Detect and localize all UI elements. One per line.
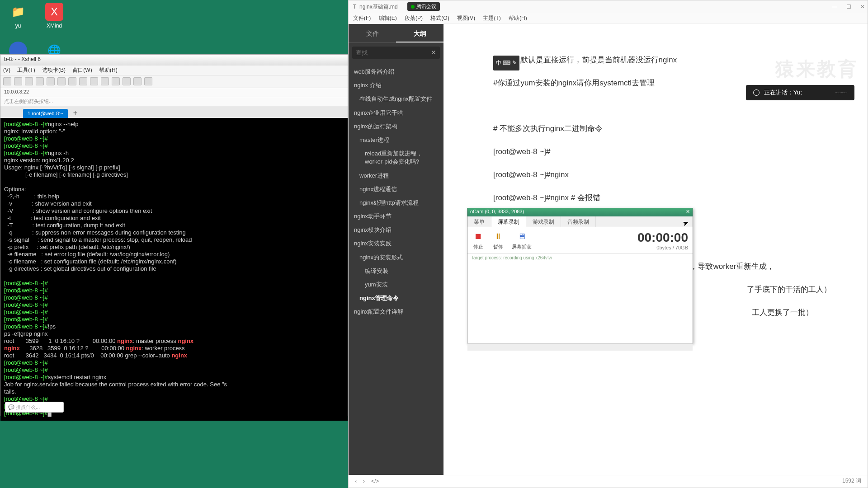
outline-item[interactable]: nginx的运行架构: [349, 120, 443, 133]
btn-label: 停止: [472, 244, 485, 250]
doc-icon: T: [353, 4, 356, 10]
maximize-button[interactable]: ☐: [846, 4, 851, 10]
menu-theme[interactable]: 主题(T): [483, 15, 500, 21]
nav-back-icon[interactable]: ‹: [355, 478, 357, 484]
tab-outline[interactable]: 大纲: [396, 24, 443, 42]
clear-search-icon[interactable]: ✕: [431, 49, 436, 56]
rec-tab-game[interactable]: 游戏录制: [526, 216, 561, 227]
toolbar-btn[interactable]: [133, 77, 142, 85]
tab-file[interactable]: 文件: [349, 24, 396, 42]
outline-item[interactable]: nginx企业用它干啥: [349, 106, 443, 120]
desktop-icon-xmind[interactable]: X XMind: [41, 3, 68, 29]
stop-button[interactable]: ⏹ 停止: [472, 230, 485, 250]
recorder-title: oCam (0, 0, 3833, 2083): [470, 209, 524, 216]
address-bar[interactable]: 10.0.0.8:22: [0, 88, 348, 97]
outline-item[interactable]: master进程: [349, 133, 443, 147]
btn-label: 暂停: [492, 244, 505, 250]
toolbar-btn[interactable]: [112, 77, 120, 85]
menu-v[interactable]: (V): [3, 67, 10, 73]
outline-item[interactable]: 编译安装: [349, 264, 443, 278]
search-input[interactable]: [352, 47, 440, 59]
outline-item[interactable]: nginx配置文件详解: [349, 305, 443, 319]
outline-item[interactable]: nginx安装实践: [349, 237, 443, 250]
hint-bar: 点击左侧的箭头按钮...: [0, 97, 348, 106]
outline-item[interactable]: nginx的安装形式: [349, 251, 443, 264]
ime-indicator[interactable]: 中 ⌨ ✎: [493, 56, 519, 70]
wave-icon: 〰〰: [835, 89, 847, 96]
session-tab-active[interactable]: 1 root@web-8:~: [23, 109, 68, 118]
mic-icon: [753, 89, 760, 96]
size-value: 0bytes / 70GB: [637, 245, 688, 250]
command-input[interactable]: 💬 搜点什么...: [5, 402, 64, 413]
nav-fwd-icon[interactable]: ›: [363, 478, 365, 484]
menu-tab[interactable]: 选项卡(B): [42, 67, 66, 73]
typora-menubar: 文件(F) 编辑(E) 段落(P) 格式(O) 视图(V) 主题(T) 帮助(H…: [349, 13, 868, 24]
code-view-icon[interactable]: </>: [371, 478, 379, 484]
toolbar-btn[interactable]: [101, 77, 109, 85]
status-dot-icon: [411, 5, 415, 9]
toolbar-btn[interactable]: [3, 77, 11, 85]
outline-item[interactable]: 在线自动生成nginx配置文件: [349, 92, 443, 106]
rec-tab-audio[interactable]: 音频录制: [561, 216, 596, 227]
menu-edit[interactable]: 编辑(E): [379, 15, 397, 21]
menu-para[interactable]: 段落(P): [405, 15, 423, 21]
toolbar-btn[interactable]: [36, 77, 44, 85]
xshell-titlebar[interactable]: b-8:~ - Xshell 6: [0, 55, 348, 66]
toolbar-btn[interactable]: [79, 77, 87, 85]
terminal-output[interactable]: [root@web-8 ~]#nginx --help nginx: inval…: [0, 118, 348, 421]
recorder-close-icon[interactable]: ✕: [686, 209, 690, 216]
xshell-window: b-8:~ - Xshell 6 (V) 工具(T) 选项卡(B) 窗口(W) …: [0, 54, 348, 416]
outline-item[interactable]: nginx进程通信: [349, 183, 443, 196]
word-count[interactable]: 1592 词: [842, 477, 861, 485]
status-bar: ‹ › </> 1592 词: [349, 475, 868, 487]
outline-item[interactable]: nginx处理http请求流程: [349, 196, 443, 210]
recorder-window: oCam (0, 0, 3833, 2083) ✕ 菜单 屏幕录制 游戏录制 音…: [467, 208, 693, 343]
recorder-titlebar[interactable]: oCam (0, 0, 3833, 2083) ✕: [467, 208, 693, 216]
meeting-label: 腾讯会议: [416, 3, 436, 10]
new-tab-button[interactable]: +: [71, 108, 80, 118]
toolbar-btn[interactable]: [14, 77, 22, 85]
menu-tools[interactable]: 工具(T): [17, 67, 35, 73]
editor-line: # 不能多次执行nginx二进制命令: [493, 120, 849, 138]
outline-list[interactable]: web服务器介绍 nginx 介绍 在线自动生成nginx配置文件 nginx企…: [349, 62, 443, 475]
toolbar-btn[interactable]: [57, 77, 66, 85]
capture-button[interactable]: 🖥 屏幕捕获: [512, 230, 532, 250]
close-button[interactable]: ✕: [860, 4, 865, 10]
outline-item-active[interactable]: nginx管理命令: [349, 291, 443, 305]
recorder-controls: ⏹ 停止 ⏸ 暂停 🖥 屏幕捕获 00:00:00 0bytes / 70GB: [467, 227, 693, 253]
xshell-toolbar: [0, 75, 348, 88]
menu-help[interactable]: 帮助(H): [99, 67, 118, 73]
menu-format[interactable]: 格式(O): [430, 15, 449, 21]
meeting-badge[interactable]: 腾讯会议: [407, 2, 440, 11]
ime-icon: 💬: [8, 404, 14, 410]
outline-item[interactable]: reload重新加载进程，worker-pid会变化吗?: [349, 147, 443, 169]
toolbar-btn[interactable]: [47, 77, 55, 85]
btn-label: 屏幕捕获: [512, 244, 532, 250]
minimize-button[interactable]: —: [832, 4, 837, 10]
outline-item[interactable]: nginx动手环节: [349, 210, 443, 223]
menu-view[interactable]: 视图(V): [457, 15, 475, 21]
outline-item[interactable]: nginx模块介绍: [349, 223, 443, 237]
recorder-preview: [467, 262, 693, 343]
outline-item[interactable]: worker进程: [349, 169, 443, 183]
toolbar-btn[interactable]: [68, 77, 76, 85]
toolbar-btn[interactable]: [144, 77, 152, 85]
menu-window[interactable]: 窗口(W): [72, 67, 92, 73]
desktop-icon-yu[interactable]: 📁 yu: [5, 3, 32, 29]
pause-button[interactable]: ⏸ 暂停: [492, 230, 505, 250]
toolbar-btn[interactable]: [25, 77, 33, 85]
menu-help[interactable]: 帮助(H): [509, 15, 527, 21]
recorder-log: Target process: recording using x264vfw: [467, 253, 693, 262]
input-placeholder: 搜点什么...: [16, 404, 40, 411]
menu-file[interactable]: 文件(F): [353, 15, 371, 21]
toolbar-btn[interactable]: [123, 77, 131, 85]
outline-item[interactable]: nginx 介绍: [349, 79, 443, 92]
speaking-indicator[interactable]: 正在讲话：Yu; 〰〰: [746, 85, 854, 100]
rec-tab-menu[interactable]: 菜单: [467, 216, 491, 227]
outline-item[interactable]: yum安装: [349, 278, 443, 291]
outline-item[interactable]: web服务器介绍: [349, 65, 443, 79]
rec-tab-screen[interactable]: 屏幕录制: [491, 216, 526, 227]
typora-titlebar[interactable]: T nginx基础篇.md 腾讯会议 — ☐ ✕: [349, 0, 868, 13]
toolbar-btn[interactable]: [90, 77, 98, 85]
pause-icon: ⏸: [492, 230, 505, 243]
